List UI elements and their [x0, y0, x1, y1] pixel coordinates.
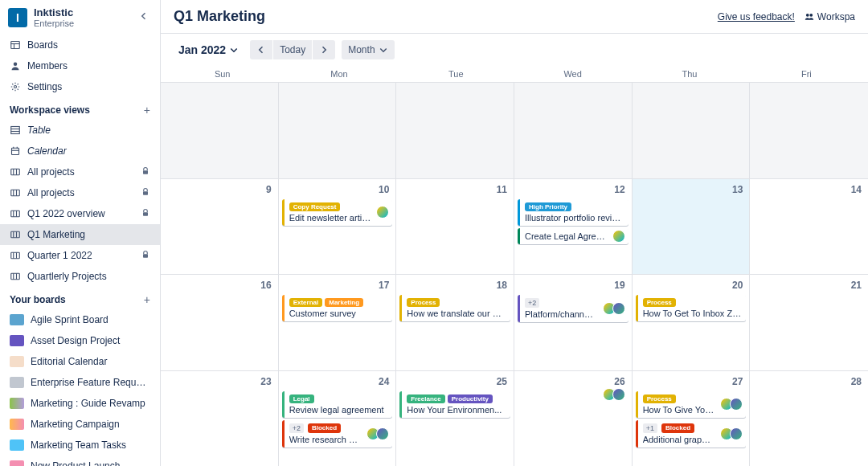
calendar-day[interactable]: 24LegalReview legal agreement+2BlockedWr… [279, 371, 397, 467]
calendar-card[interactable]: +1BlockedAdditional graphic... [636, 420, 747, 448]
svg-rect-27 [11, 252, 20, 259]
calendar-day[interactable]: 23 [161, 371, 279, 467]
day-number: 13 [636, 182, 747, 197]
workspace-plan: Enterprise [34, 18, 74, 28]
chevron-right-icon [319, 45, 329, 55]
nav-item-label: Editorial Calendar [31, 356, 150, 367]
calendar-card[interactable]: Create Legal Agreement [518, 228, 628, 244]
card-title: How To Get To Inbox Zero [643, 309, 742, 318]
day-number: 11 [399, 182, 510, 197]
main-content: Q1 Marketing Give us feedback! Workspa J… [161, 0, 868, 466]
sidebar-collapse-button[interactable] [136, 8, 152, 27]
day-number: 23 [164, 374, 275, 389]
card-members [606, 302, 625, 315]
board-item-marketing-team-tasks[interactable]: Marketing Team Tasks [0, 435, 160, 456]
calendar-card[interactable]: ProcessHow we translate our supp... [399, 295, 510, 321]
calendar-day[interactable]: 11 [396, 179, 514, 275]
board-item-new-product-launch[interactable]: New Product Launch [0, 456, 160, 466]
avatar [612, 302, 625, 315]
calendar-card[interactable] [518, 391, 628, 398]
add-board-button[interactable]: + [144, 293, 150, 306]
board-item-agile-sprint-board[interactable]: Agile Sprint Board [0, 309, 160, 330]
month-selector[interactable]: Jan 2022 [174, 40, 244, 59]
today-button[interactable]: Today [273, 40, 312, 59]
board-item-marketing-campaign[interactable]: Marketing Campaign [0, 414, 160, 435]
view-item-quarter-1-2022[interactable]: Quarter 1 2022 [0, 245, 160, 266]
calendar-card[interactable]: ProcessHow To Give Your Tea... [636, 391, 747, 418]
nav-item-label: Boards [27, 39, 150, 51]
calendar-day[interactable]: 9 [161, 179, 279, 275]
weekday-header: Thu [631, 66, 747, 82]
table-icon [10, 125, 21, 136]
calendar-day[interactable]: 12High PriorityIllustrator portfolio rev… [514, 179, 633, 275]
calendar-day[interactable]: 10Copy RequestEdit newsletter articles [279, 179, 397, 275]
calendar-day[interactable] [514, 83, 633, 178]
calendar-card[interactable]: +2BlockedWrite research plan [282, 420, 393, 448]
view-selector[interactable]: Month [342, 40, 394, 59]
day-number: 14 [753, 182, 865, 197]
nav-item-label: Asset Design Project [31, 335, 150, 346]
view-item-all-projects[interactable]: All projects [0, 161, 160, 182]
calendar-day[interactable] [396, 83, 514, 178]
calendar-icon [10, 145, 21, 157]
next-month-button[interactable] [313, 40, 335, 59]
view-item-table[interactable]: Table [0, 120, 160, 141]
calendar-day[interactable]: 21 [750, 275, 868, 370]
view-item-q1-marketing[interactable]: Q1 Marketing [0, 224, 160, 245]
calendar-week [161, 82, 868, 178]
people-icon [805, 12, 814, 22]
workspace-views-header: Workspace views + [0, 97, 160, 120]
view-item-q1-2022-overview[interactable]: Q1 2022 overview [0, 203, 160, 224]
nav-item-members[interactable]: Members [0, 55, 160, 76]
calendar-card[interactable]: ProcessHow To Get To Inbox Zero [636, 295, 747, 321]
calendar-week: 1617ExternalMarketingCustomer survey18Pr… [161, 274, 868, 370]
calendar-day[interactable] [279, 83, 397, 178]
feedback-link[interactable]: Give us feedback! [718, 11, 795, 22]
calendar-day[interactable]: 14 [750, 179, 868, 275]
view-item-quartlerly-projects[interactable]: Quartlerly Projects [0, 266, 160, 287]
prev-month-button[interactable] [250, 40, 272, 59]
svg-point-34 [806, 13, 809, 16]
calendar-card[interactable]: ExternalMarketingCustomer survey [282, 295, 393, 321]
calendar-card[interactable]: LegalReview legal agreement [282, 391, 393, 418]
calendar-day[interactable]: 26 [514, 371, 633, 467]
day-number: 17 [282, 278, 393, 292]
calendar-day[interactable]: 27ProcessHow To Give Your Tea...+1Blocke… [633, 371, 751, 467]
workspace-visibility-button[interactable]: Workspa [805, 11, 855, 22]
calendar-day[interactable]: 18ProcessHow we translate our supp... [396, 275, 514, 370]
calendar-card[interactable]: +2Platform/channel ... [518, 295, 628, 322]
card-label: Process [407, 298, 440, 307]
svg-point-35 [809, 13, 813, 16]
board-item-asset-design-project[interactable]: Asset Design Project [0, 330, 160, 351]
calendar-day[interactable]: 16 [161, 275, 279, 370]
calendar-card[interactable]: High PriorityIllustrator portfolio revie… [518, 199, 628, 226]
calendar-day[interactable]: 19+2Platform/channel ... [514, 275, 633, 370]
view-item-calendar[interactable]: Calendar [0, 141, 160, 161]
view-item-all-projects[interactable]: All projects [0, 182, 160, 203]
nav-item-boards[interactable]: Boards [0, 35, 160, 55]
add-view-button[interactable]: + [144, 104, 150, 117]
calendar-day[interactable]: 20ProcessHow To Get To Inbox Zero [633, 275, 751, 370]
nav-item-settings[interactable]: Settings [0, 76, 160, 97]
board-item-editorial-calendar[interactable]: Editorial Calendar [0, 351, 160, 372]
card-label: Marketing [325, 298, 363, 307]
calendar-day[interactable]: 28 [750, 371, 868, 467]
card-label: Productivity [448, 394, 493, 403]
calendar-day[interactable]: 25FreelanceProductivityHow Your Environm… [396, 371, 514, 467]
calendar-day[interactable] [750, 83, 868, 178]
project-icon [10, 187, 21, 198]
card-members [370, 427, 389, 440]
calendar-card[interactable]: Copy RequestEdit newsletter articles [282, 199, 393, 226]
calendar-day[interactable] [633, 83, 751, 178]
avatar [376, 427, 389, 440]
calendar-day[interactable]: 13 [633, 179, 751, 275]
label-overflow-count: +2 [525, 298, 539, 308]
calendar-day[interactable] [161, 83, 279, 178]
calendar-day[interactable]: 17ExternalMarketingCustomer survey [279, 275, 397, 370]
day-number: 18 [399, 278, 510, 292]
board-item-enterprise-feature-requests[interactable]: Enterprise Feature Requests [0, 372, 160, 393]
board-item-marketing-guide-revamp[interactable]: Marketing : Guide Revamp [0, 393, 160, 414]
workspace-header[interactable]: I Inktistic Enterprise [0, 0, 160, 35]
board-icon [10, 439, 24, 451]
calendar-card[interactable]: FreelanceProductivityHow Your Environmen… [399, 391, 510, 418]
